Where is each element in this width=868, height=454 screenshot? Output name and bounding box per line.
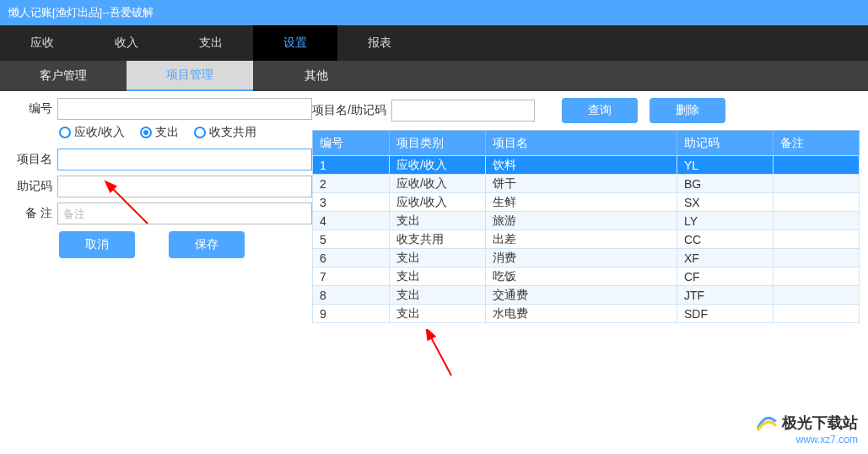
cell-note bbox=[773, 268, 859, 286]
cell-num: 8 bbox=[313, 286, 390, 305]
cell-name: 饼干 bbox=[485, 175, 677, 193]
project-table: 编号 项目类别 项目名 助记码 备注 1应收/收入饮料YL2应收/收入饼干BG3… bbox=[312, 130, 860, 323]
cell-name: 生鲜 bbox=[485, 193, 677, 212]
subnav-tab-0[interactable]: 客户管理 bbox=[0, 61, 127, 91]
radio-income[interactable]: 应收/收入 bbox=[59, 125, 125, 140]
cell-note bbox=[773, 305, 859, 323]
note-input[interactable] bbox=[57, 203, 312, 224]
cell-category: 支出 bbox=[389, 305, 485, 323]
mainnav-tab-1[interactable]: 收入 bbox=[84, 25, 169, 61]
col-header-mnemonic[interactable]: 助记码 bbox=[677, 131, 773, 156]
project-name-input[interactable] bbox=[57, 149, 312, 170]
cell-name: 旅游 bbox=[485, 212, 677, 230]
cell-note bbox=[773, 193, 859, 212]
label-project-name: 项目名 bbox=[8, 152, 57, 167]
cell-name: 出差 bbox=[485, 230, 677, 249]
cell-category: 收支共用 bbox=[389, 230, 485, 249]
cell-note bbox=[773, 249, 859, 268]
cell-mnemonic: SX bbox=[677, 193, 773, 212]
query-button[interactable]: 查询 bbox=[562, 98, 638, 123]
cell-category: 支出 bbox=[389, 212, 485, 230]
col-header-name[interactable]: 项目名 bbox=[485, 131, 677, 156]
search-input[interactable] bbox=[391, 100, 535, 122]
cell-num: 7 bbox=[313, 268, 390, 286]
cell-category: 支出 bbox=[389, 249, 485, 268]
sub-nav: 客户管理项目管理其他 bbox=[0, 61, 868, 91]
table-row[interactable]: 8支出交通费JTF bbox=[313, 286, 860, 305]
col-header-note[interactable]: 备注 bbox=[773, 131, 859, 156]
cell-mnemonic: BG bbox=[677, 175, 773, 193]
titlebar: 懒人记账[渔灯出品]--吾爱破解 bbox=[0, 0, 868, 25]
cell-num: 6 bbox=[313, 249, 390, 268]
label-search: 项目名/助记码 bbox=[312, 103, 386, 118]
cell-mnemonic: JTF bbox=[677, 286, 773, 305]
main-nav: 应收收入支出设置报表 bbox=[0, 25, 868, 61]
cell-num: 3 bbox=[313, 193, 390, 212]
cancel-button[interactable]: 取消 bbox=[59, 231, 135, 258]
subnav-tab-2[interactable]: 其他 bbox=[253, 61, 380, 91]
watermark-url: www.xz7.com bbox=[755, 434, 858, 446]
window-title: 懒人记账[渔灯出品]--吾爱破解 bbox=[8, 5, 154, 20]
cell-note bbox=[773, 212, 859, 230]
cell-category: 应收/收入 bbox=[389, 175, 485, 193]
table-row[interactable]: 4支出旅游LY bbox=[313, 212, 860, 230]
cell-mnemonic: SDF bbox=[677, 305, 773, 323]
cell-num: 9 bbox=[313, 305, 390, 323]
mainnav-tab-2[interactable]: 支出 bbox=[169, 25, 253, 61]
code-input[interactable] bbox=[57, 98, 312, 120]
cell-num: 5 bbox=[313, 230, 390, 249]
watermark-logo-icon bbox=[755, 412, 777, 434]
cell-category: 应收/收入 bbox=[389, 156, 485, 175]
mnemonic-input[interactable] bbox=[57, 176, 312, 197]
table-row[interactable]: 2应收/收入饼干BG bbox=[313, 175, 860, 193]
cell-name: 饮料 bbox=[485, 156, 677, 175]
table-row[interactable]: 3应收/收入生鲜SX bbox=[313, 193, 860, 212]
cell-category: 支出 bbox=[389, 286, 485, 305]
table-row[interactable]: 9支出水电费SDF bbox=[313, 305, 860, 323]
mainnav-tab-3[interactable]: 设置 bbox=[253, 25, 337, 61]
project-list-panel: 项目名/助记码 查询 删除 编号 项目类别 项目名 助记码 备注 1应收/收入饮… bbox=[312, 98, 860, 323]
cell-note bbox=[773, 230, 859, 249]
cell-mnemonic: LY bbox=[677, 212, 773, 230]
mainnav-tab-0[interactable]: 应收 bbox=[0, 25, 84, 61]
mainnav-tab-4[interactable]: 报表 bbox=[337, 25, 422, 61]
subnav-tab-1[interactable]: 项目管理 bbox=[127, 61, 253, 91]
table-row[interactable]: 7支出吃饭CF bbox=[313, 268, 860, 286]
watermark-brand: 极光下载站 bbox=[782, 413, 858, 433]
save-button[interactable]: 保存 bbox=[169, 231, 245, 258]
cell-name: 吃饭 bbox=[485, 268, 677, 286]
project-form: 编号 应收/收入 支出 收支共用 项目名 助记码 备 注 取消 保存 bbox=[8, 98, 312, 323]
radio-expense[interactable]: 支出 bbox=[140, 125, 179, 140]
label-code: 编号 bbox=[8, 101, 57, 116]
cell-num: 1 bbox=[313, 156, 390, 175]
table-row[interactable]: 1应收/收入饮料YL bbox=[313, 156, 860, 175]
cell-mnemonic: YL bbox=[677, 156, 773, 175]
cell-mnemonic: CF bbox=[677, 268, 773, 286]
cell-num: 2 bbox=[313, 175, 390, 193]
cell-category: 应收/收入 bbox=[389, 193, 485, 212]
table-row[interactable]: 6支出消费XF bbox=[313, 249, 860, 268]
cell-category: 支出 bbox=[389, 268, 485, 286]
watermark: 极光下载站 www.xz7.com bbox=[755, 412, 858, 446]
cell-note bbox=[773, 156, 859, 175]
table-row[interactable]: 5收支共用出差CC bbox=[313, 230, 860, 249]
delete-button[interactable]: 删除 bbox=[650, 98, 725, 123]
cell-note bbox=[773, 175, 859, 193]
cell-name: 水电费 bbox=[485, 305, 677, 323]
cell-note bbox=[773, 286, 859, 305]
cell-name: 消费 bbox=[485, 249, 677, 268]
label-mnemonic: 助记码 bbox=[8, 179, 57, 194]
radio-both[interactable]: 收支共用 bbox=[194, 125, 256, 140]
annotation-arrow-icon bbox=[413, 329, 464, 380]
category-radio-group: 应收/收入 支出 收支共用 bbox=[8, 125, 312, 140]
col-header-num[interactable]: 编号 bbox=[313, 131, 390, 156]
col-header-category[interactable]: 项目类别 bbox=[389, 131, 485, 156]
cell-name: 交通费 bbox=[485, 286, 677, 305]
cell-num: 4 bbox=[313, 212, 390, 230]
cell-mnemonic: CC bbox=[677, 230, 773, 249]
svg-line-1 bbox=[430, 336, 451, 376]
label-note: 备 注 bbox=[8, 206, 57, 221]
cell-mnemonic: XF bbox=[677, 249, 773, 268]
